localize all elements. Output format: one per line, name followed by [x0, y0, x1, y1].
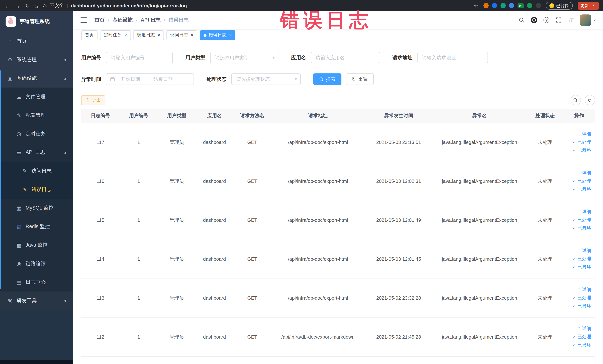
detail-link[interactable]: ⊙详细	[577, 287, 591, 293]
detail-link[interactable]: ⊙详细	[577, 326, 591, 332]
extension-green-circle-icon[interactable]	[500, 3, 506, 8]
sidebar-item-log-center[interactable]: ▤日志中心	[0, 273, 73, 292]
user-type-select[interactable]	[210, 52, 278, 63]
processed-link[interactable]: ✓已处理	[573, 295, 591, 301]
cell-method: GET	[233, 123, 271, 162]
extension-blue-drop-icon[interactable]	[492, 3, 497, 8]
sidebar-item-mysql[interactable]: ▦MySQL 监控	[0, 199, 73, 217]
app-name-input[interactable]	[311, 52, 380, 63]
sidebar-item-config[interactable]: ✎配置管理	[0, 106, 73, 125]
processed-link[interactable]: ✓已处理	[573, 178, 591, 184]
extension-grid-icon[interactable]	[509, 3, 514, 8]
font-size-icon[interactable]: TT	[568, 17, 574, 23]
search-button[interactable]: 搜索	[313, 73, 341, 85]
breadcrumb-item[interactable]: 基础设施	[113, 17, 133, 23]
table-row: 1121管理员dashboardGET/api/infra/db-doc/exp…	[81, 317, 595, 356]
process-status-select[interactable]	[231, 73, 301, 85]
sidebar-item-java[interactable]: ▨Java 监控	[0, 236, 73, 254]
col-actions: 操作	[564, 109, 595, 123]
export-button[interactable]: 导出	[81, 95, 105, 105]
row-actions: ⊙详细✓已处理✓已忽略	[565, 287, 593, 309]
sidebar-item-redis[interactable]: ▧Redis 监控	[0, 217, 73, 236]
ignored-link[interactable]: ✓已忽略	[573, 186, 591, 192]
processed-link[interactable]: ✓已处理	[573, 217, 591, 223]
close-icon[interactable]: ×	[191, 33, 193, 37]
sidebar-item-home[interactable]: ⌂首页	[0, 32, 73, 50]
processed-link[interactable]: ✓已处理	[573, 334, 591, 340]
hamburger-icon[interactable]	[81, 17, 87, 23]
tab-access-log[interactable]: 访问日志×	[166, 30, 197, 40]
date-end-input[interactable]	[150, 76, 176, 82]
browser-home-icon[interactable]: ⌂	[35, 3, 38, 8]
request-url-label: 请求地址	[393, 54, 412, 61]
detail-link[interactable]: ⊙详细	[577, 209, 591, 215]
sidebar-item-file[interactable]: ☁文件管理	[0, 88, 73, 106]
tab-home[interactable]: 首页	[81, 30, 97, 40]
fullscreen-icon[interactable]	[556, 17, 562, 23]
sidebar-item-trace[interactable]: ◉链路追踪	[0, 254, 73, 273]
ignored-link[interactable]: ✓已忽略	[573, 147, 591, 153]
breadcrumb-item[interactable]: 首页	[94, 17, 104, 23]
detail-link[interactable]: ⊙详细	[577, 170, 591, 176]
ignored-link[interactable]: ✓已忽略	[573, 225, 591, 231]
extension-orange-icon[interactable]	[483, 3, 489, 8]
search-icon[interactable]	[519, 17, 525, 23]
extension-leaf-icon[interactable]	[527, 3, 532, 8]
app-logo[interactable]: 芋道管理系统	[0, 11, 73, 32]
export-label: 导出	[92, 97, 101, 103]
check-icon: ✓	[573, 140, 576, 145]
github-icon[interactable]	[531, 17, 537, 23]
col-method: 请求方法名	[233, 109, 271, 123]
cell-user-type: 管理员	[158, 201, 196, 240]
sidebar-item-job[interactable]: ◷定时任务	[0, 125, 73, 143]
cell-url: /api/infra/db-doc/export-markdown	[271, 317, 365, 356]
forward-icon[interactable]: →	[15, 3, 20, 8]
sidebar-item-access-log[interactable]: ✎访问日志	[0, 162, 73, 180]
cell-app-name: dashboard	[196, 162, 233, 201]
toggle-search-button[interactable]	[570, 95, 581, 105]
sidebar-item-dev-tools[interactable]: ⚒研发工具▾	[0, 292, 73, 310]
kebab-menu-icon[interactable]: ⋮	[591, 3, 596, 8]
close-icon[interactable]: ×	[157, 33, 160, 37]
filter-process-status: 处理状态 ▾	[207, 73, 301, 85]
back-icon[interactable]: ←	[4, 3, 10, 8]
action-label: 详细	[582, 209, 591, 215]
bookmark-star-icon[interactable]: ☆	[474, 3, 479, 8]
filter-user-id: 用户编号	[81, 52, 173, 63]
close-icon[interactable]: ×	[124, 33, 127, 37]
user-avatar[interactable]: ▾	[580, 14, 596, 26]
user-id-input[interactable]	[106, 52, 173, 63]
breadcrumb-item[interactable]: 错误日志	[169, 17, 188, 23]
extension-on-badge[interactable]: on	[518, 3, 524, 8]
update-button[interactable]: 更新 ⋮	[577, 2, 599, 10]
tab-job[interactable]: 定时任务×	[100, 30, 131, 40]
paused-badge[interactable]: 已暂停	[546, 2, 573, 10]
tab-job-log[interactable]: 调度日志×	[133, 30, 164, 40]
sidebar-item-error-log[interactable]: ✎错误日志	[0, 180, 73, 199]
help-icon[interactable]: ?	[544, 17, 549, 23]
ignored-link[interactable]: ✓已忽略	[573, 303, 591, 309]
exception-time-range[interactable]: -	[106, 73, 194, 85]
ignored-link[interactable]: ✓已忽略	[573, 264, 591, 270]
tab-error-log[interactable]: 错误日志×	[200, 30, 236, 40]
detail-link[interactable]: ⊙详细	[577, 131, 591, 137]
close-icon[interactable]: ×	[229, 33, 232, 37]
sidebar-item-api-log[interactable]: ▤API 日志▴	[0, 143, 73, 162]
monitor-icon: ▣	[7, 75, 13, 81]
processed-link[interactable]: ✓已处理	[573, 139, 591, 145]
extension-dark-icon[interactable]	[536, 3, 541, 8]
refresh-table-button[interactable]: ↻	[584, 95, 595, 105]
detail-link[interactable]: ⊙详细	[577, 248, 591, 254]
ignored-link[interactable]: ✓已忽略	[573, 342, 591, 348]
browser-toolbar: ← → ↻ ⌂ ⚠ 不安全 | dashboard.yudao.iocoder.…	[0, 0, 603, 11]
reload-icon[interactable]: ↻	[25, 3, 30, 8]
sidebar-item-infra[interactable]: ▣基础设施▴	[0, 69, 73, 88]
processed-link[interactable]: ✓已处理	[573, 256, 591, 262]
sidebar-item-system[interactable]: ⚙系统管理▾	[0, 50, 73, 69]
breadcrumb-item[interactable]: API 日志	[141, 17, 161, 23]
date-start-input[interactable]	[117, 76, 144, 82]
request-url-input[interactable]	[417, 52, 488, 63]
reset-button[interactable]: ↻ 重置	[346, 73, 374, 85]
cell-user-id: 1	[120, 123, 158, 162]
address-bar[interactable]: ⚠ 不安全 | dashboard.yudao.iocoder.cn/infra…	[43, 2, 469, 9]
